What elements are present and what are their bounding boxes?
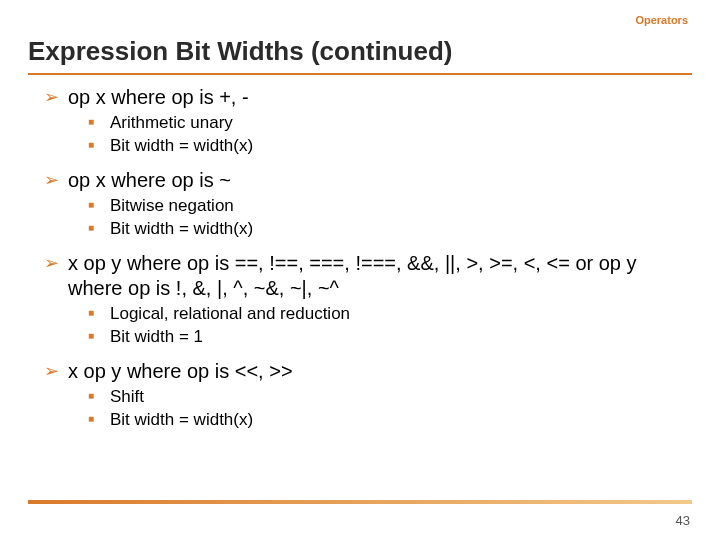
bullet-l2-group: Bitwise negation Bit width = width(x): [88, 195, 692, 241]
title-underline: [28, 73, 692, 75]
bullet-l2: Arithmetic unary: [88, 112, 692, 135]
section-label: Operators: [635, 14, 688, 26]
bullet-l1: op x where op is ~: [44, 168, 692, 193]
bullet-l1: op x where op is +, -: [44, 85, 692, 110]
bullet-l2-group: Logical, relational and reduction Bit wi…: [88, 303, 692, 349]
content-area: op x where op is +, - Arithmetic unary B…: [28, 85, 692, 432]
bullet-l2: Shift: [88, 386, 692, 409]
bullet-l2-group: Arithmetic unary Bit width = width(x): [88, 112, 692, 158]
bullet-l2-group: Shift Bit width = width(x): [88, 386, 692, 432]
bullet-l2: Bit width = width(x): [88, 218, 692, 241]
slide-title: Expression Bit Widths (continued): [28, 36, 692, 67]
page-number: 43: [676, 513, 690, 528]
slide: Operators Expression Bit Widths (continu…: [0, 0, 720, 540]
bullet-l2: Logical, relational and reduction: [88, 303, 692, 326]
bullet-l2: Bit width = width(x): [88, 135, 692, 158]
bullet-l2: Bit width = width(x): [88, 409, 692, 432]
footer-rule: [28, 500, 692, 504]
bullet-l1: x op y where op is <<, >>: [44, 359, 692, 384]
bullet-l1: x op y where op is ==, !==, ===, !===, &…: [44, 251, 692, 301]
bullet-l2: Bitwise negation: [88, 195, 692, 218]
bullet-l2: Bit width = 1: [88, 326, 692, 349]
